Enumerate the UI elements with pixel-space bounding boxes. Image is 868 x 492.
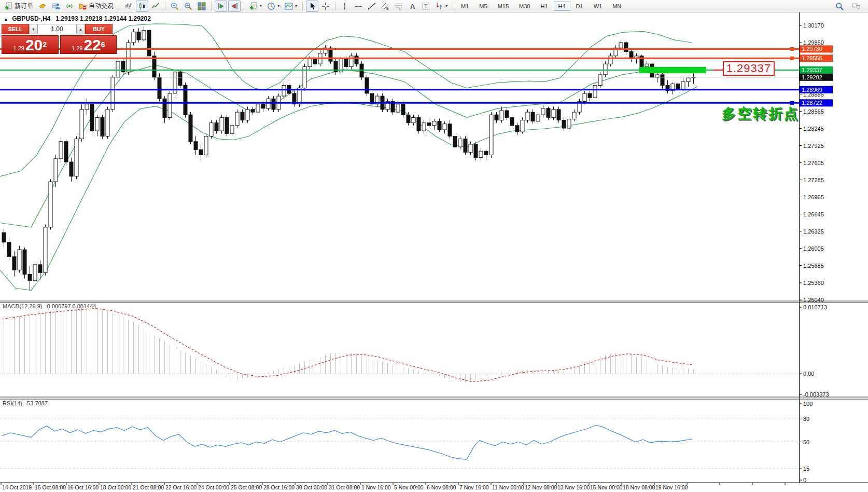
search-icon: [835, 2, 844, 10]
svg-text:1.27285: 1.27285: [803, 177, 824, 183]
highlight-zone[interactable]: [639, 67, 706, 73]
toolbar-separator: [335, 2, 335, 10]
hline-icon: [354, 2, 362, 10]
macd-histogram: [4, 307, 694, 382]
vertical-line-button[interactable]: [339, 1, 351, 12]
svg-text:18 Nov 08:00: 18 Nov 08:00: [623, 484, 655, 490]
zoomout-icon: [184, 2, 192, 10]
cursor-button[interactable]: [306, 1, 318, 12]
svg-text:1.27925: 1.27925: [803, 143, 824, 149]
svg-text:1.29202: 1.29202: [802, 74, 822, 80]
sell-price-tile[interactable]: 1.29 20 2: [2, 35, 59, 54]
svg-text:1.28969: 1.28969: [802, 87, 822, 93]
svg-text:0.00: 0.00: [803, 371, 814, 377]
person-chart-icon: [52, 2, 60, 10]
new-chart-button[interactable]: ▾: [247, 1, 264, 12]
templates-button[interactable]: ▾: [283, 1, 299, 12]
chart-title: ▲ GBPUSD-,H4 1.29193 1.29218 1.29144 1.2…: [4, 15, 151, 22]
horizontal-line-button[interactable]: [352, 1, 365, 12]
collapse-triangle-icon[interactable]: ▲: [4, 17, 8, 22]
chart-canvas[interactable]: 1.301701.298501.288851.285651.282451.279…: [0, 12, 868, 492]
autotrading-button-label: 自动交易: [89, 2, 114, 10]
buy-button[interactable]: BUY: [85, 24, 113, 34]
autoscroll-icon: [217, 2, 225, 10]
timeframe-m15-button[interactable]: M15: [493, 2, 513, 11]
fibonacci-button[interactable]: F: [393, 1, 405, 12]
svg-text:1.28565: 1.28565: [803, 108, 824, 115]
svg-text:1.29337: 1.29337: [802, 67, 822, 73]
signal-icon: [65, 2, 74, 10]
timeframe-m30-button[interactable]: M30: [514, 2, 535, 11]
arrows-icon: [435, 2, 443, 10]
autotrading-button[interactable]: 自动交易: [77, 1, 116, 12]
price-axis[interactable]: 1.301701.298501.288851.285651.282451.279…: [799, 22, 833, 483]
rsi-value: 53.7087: [27, 400, 48, 406]
svg-text:5 Nov 00:00: 5 Nov 00:00: [394, 484, 424, 490]
wave-icon: [285, 2, 293, 10]
svg-text:1.26005: 1.26005: [803, 245, 824, 252]
chart-shift-button[interactable]: [228, 1, 241, 12]
new-order-button[interactable]: 新订单: [3, 1, 35, 12]
svg-text:25 Oct 08:00: 25 Oct 08:00: [231, 484, 262, 490]
auto-scroll-button[interactable]: [215, 1, 227, 12]
zoom-out-button[interactable]: [182, 1, 194, 12]
search-button[interactable]: [833, 1, 846, 12]
timeframe-m5-button[interactable]: M5: [474, 2, 492, 11]
line-chart-button[interactable]: [149, 1, 162, 12]
text-label-button[interactable]: T: [419, 1, 432, 12]
tile-windows-button[interactable]: [195, 1, 208, 12]
bollinger-lower-band: [0, 87, 697, 291]
arrows-button[interactable]: ▾: [433, 1, 450, 12]
sell-price-sup: 2: [43, 37, 47, 52]
text-button[interactable]: A: [406, 1, 418, 12]
svg-text:A: A: [410, 2, 415, 10]
timeframe-h4-button[interactable]: H4: [554, 2, 570, 11]
chevron-down-icon: ▾: [295, 4, 297, 8]
equidistant-channel-button[interactable]: E: [379, 1, 391, 12]
macd-indicator-label: MACD(12,26,9) 0.000797 0.001444: [3, 303, 96, 309]
ohlc-values: 1.29193 1.29218 1.29144 1.29202: [55, 15, 151, 22]
time-axis[interactable]: 14 Oct 201915 Oct 08:0016 Oct 16:0018 Oc…: [1, 483, 785, 490]
clock-icon: [267, 2, 275, 10]
doc-plus-icon: [249, 2, 258, 10]
zoom-in-button[interactable]: [169, 1, 181, 12]
timeframe-m1-button[interactable]: M1: [456, 2, 473, 11]
svg-text:0.010713: 0.010713: [803, 304, 827, 310]
toolbar-separator: [244, 2, 244, 10]
linechart-icon: [151, 2, 160, 10]
timeframe-d1-button[interactable]: D1: [571, 2, 588, 11]
crosshair-button[interactable]: [319, 1, 332, 12]
chevron-down-icon: ▾: [260, 4, 262, 8]
timeframe-mn-button[interactable]: MN: [608, 2, 626, 11]
buy-price-tile[interactable]: 1.29 22 6: [60, 35, 117, 54]
svg-text:28 Oct 16:00: 28 Oct 16:00: [263, 484, 295, 490]
candlestick-chart-button[interactable]: [136, 1, 148, 12]
volume-decrease-button[interactable]: ▼: [29, 24, 38, 34]
gold-chart-button[interactable]: [36, 1, 49, 12]
svg-text:-0.003373: -0.003373: [803, 391, 829, 398]
rsi-indicator-label: RSI(14) 53.7087: [3, 400, 48, 406]
svg-text:30 Oct 00:00: 30 Oct 00:00: [296, 484, 327, 490]
periods-button[interactable]: ▾: [265, 1, 282, 12]
price-annotation-label[interactable]: 1.29337: [723, 61, 775, 76]
signals-button[interactable]: [63, 1, 76, 12]
one-click-trading-panel: SELL ▼ ▲ BUY 1.29 20 2 1.29 22 6: [2, 24, 117, 54]
chinese-note-text[interactable]: 多空转折点: [722, 104, 800, 123]
svg-text:E: E: [386, 7, 389, 10]
svg-text:1.26645: 1.26645: [803, 211, 824, 217]
svg-text:1 Nov 16:00: 1 Nov 16:00: [361, 484, 391, 490]
volume-increase-button[interactable]: ▲: [76, 24, 85, 34]
chat-button[interactable]: [850, 1, 862, 12]
candles-layer: [2, 26, 695, 290]
timeframe-h1-button[interactable]: H1: [536, 2, 552, 11]
trendline-button[interactable]: [366, 1, 378, 12]
bar-chart-button[interactable]: [122, 1, 135, 12]
chart-window[interactable]: 1.301701.298501.288851.285651.282451.279…: [0, 12, 868, 492]
svg-text:1.29850: 1.29850: [803, 39, 824, 46]
timeframe-w1-button[interactable]: W1: [589, 2, 607, 11]
svg-text:1.25040: 1.25040: [803, 297, 824, 303]
terminal-button[interactable]: [50, 1, 62, 12]
autotrading-icon: [79, 2, 87, 10]
sell-button[interactable]: SELL: [2, 24, 29, 34]
volume-input[interactable]: [38, 24, 76, 34]
